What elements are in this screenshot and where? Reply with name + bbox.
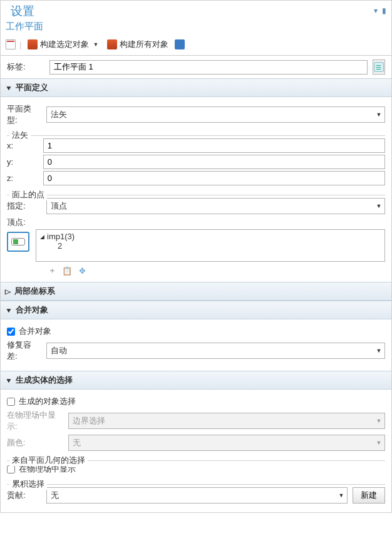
chevron-down-icon: ▼ [373,343,384,358]
build-all-button[interactable]: 构建所有对象 [105,38,171,51]
chevron-down-icon: ▼ [336,488,347,503]
vertex-tree[interactable]: ◢ imp1(3) 2 [36,229,385,262]
paste-icon[interactable]: 📋 [62,266,72,276]
show-select: 边界选择 ▼ [68,413,385,429]
merge-checkbox-label: 合并对象 [19,326,51,337]
obj-sel-label: 生成的对象选择 [19,396,76,407]
specify-label: 指定: [7,200,41,212]
build-selected-button[interactable]: 构建选定对象 ▼ [25,38,101,51]
chevron-down-icon: ▼ [93,41,98,48]
plane-type-select[interactable]: 法矢 ▼ [46,106,385,123]
y-label: y: [7,157,38,167]
tree-child-item[interactable]: 2 [58,241,381,251]
triangle-down-icon: ◢ [40,234,44,240]
show-label: 在物理场中显示: [7,410,63,432]
tree-root-item[interactable]: imp1(3) [47,232,75,241]
chevron-down-icon: ▼ [373,413,384,428]
panel-subtitle: 工作平面 [1,21,391,35]
z-label: z: [7,173,38,183]
chevron-down-icon: ▼ [373,435,384,450]
repair-select[interactable]: 自动 ▼ [46,343,385,359]
triangle-down-icon: ▼ [5,85,13,91]
section-merge[interactable]: ▼ 合并对象 [1,301,391,319]
pin-icon[interactable]: ▮ [382,6,386,15]
build-selected-icon [28,39,38,49]
section-local-cs[interactable]: ▷ 局部坐标系 [1,282,391,301]
triangle-down-icon: ▼ [5,377,13,384]
label-label: 标签: [7,61,44,73]
label-input[interactable] [49,60,368,75]
x-label: x: [7,141,38,150]
point-group-label: 面上的点 [9,189,47,200]
minimize-icon[interactable]: ▾ [374,6,378,15]
doc-icon[interactable] [6,39,16,49]
triangle-right-icon: ▷ [5,288,11,295]
color-select: 无 ▼ [68,435,385,451]
chevron-down-icon: ▼ [373,199,384,214]
help-icon: ☰ [374,62,384,72]
contrib-label: 贡献: [7,490,41,501]
help-button[interactable]: ☰ [373,59,385,75]
merge-checkbox[interactable] [7,328,15,336]
plane-sel-group: 来自平面几何的选择 [9,455,88,466]
build-all-icon [107,39,117,49]
section-gen-sel[interactable]: ▼ 生成实体的选择 [1,371,391,390]
y-input[interactable] [43,155,385,169]
z-input[interactable] [43,171,385,185]
phys-show-checkbox[interactable] [7,465,15,473]
plane-type-label: 平面类型: [7,103,41,126]
repair-label: 修复容差: [7,339,41,362]
color-label: 颜色: [7,437,63,448]
normal-group-label: 法矢 [9,130,31,141]
cum-sel-group: 累积选择 [9,478,47,490]
target-icon[interactable]: ✥ [77,266,87,276]
panel-title: 设置 [6,2,39,19]
chevron-down-icon: ▼ [373,107,384,122]
misc-icon[interactable] [175,39,185,49]
section-plane-definition[interactable]: ▼ 平面定义 [1,78,391,97]
obj-sel-checkbox[interactable] [7,398,15,406]
selection-toggle[interactable] [7,232,29,252]
add-icon[interactable]: ＋ [47,266,57,276]
vertex-label: 顶点: [7,217,385,228]
triangle-down-icon: ▼ [5,307,13,314]
